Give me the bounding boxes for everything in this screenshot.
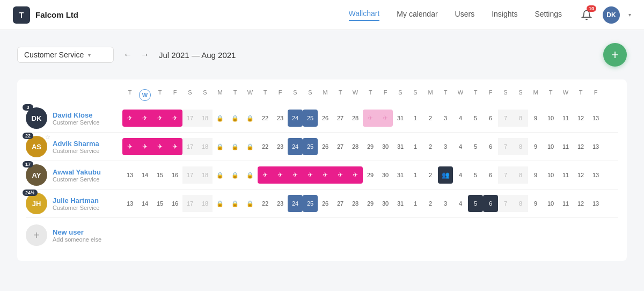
cell-awwal-31[interactable]: 13 — [588, 166, 603, 184]
cell-advik-21[interactable]: 3 — [438, 138, 453, 155]
avatar-david[interactable]: DK — [26, 107, 47, 129]
cell-awwal-21[interactable]: 👥 — [438, 166, 453, 184]
cell-david-4[interactable]: 17 — [182, 110, 197, 127]
cell-awwal-30[interactable]: 12 — [573, 166, 588, 184]
cell-david-1[interactable]: ✈ — [137, 110, 152, 127]
cell-advik-10[interactable]: 23 — [273, 138, 288, 155]
cell-advik-5[interactable]: 18 — [197, 138, 213, 155]
cell-awwal-4[interactable]: 17 — [182, 166, 197, 184]
cell-awwal-2[interactable]: 15 — [152, 166, 167, 184]
cell-david-7[interactable]: 🔒 — [228, 110, 243, 127]
cell-david-19[interactable]: 1 — [408, 110, 423, 127]
cell-julie-15[interactable]: 28 — [348, 195, 363, 212]
cell-awwal-26[interactable]: 8 — [513, 166, 528, 184]
cell-julie-2[interactable]: 15 — [152, 195, 167, 212]
cell-advik-26[interactable]: 8 — [513, 138, 528, 155]
cell-david-21[interactable]: 3 — [438, 110, 453, 127]
cell-david-9[interactable]: 22 — [258, 110, 273, 127]
cell-awwal-25[interactable]: 7 — [498, 166, 513, 184]
cell-awwal-20[interactable]: 2 — [423, 166, 438, 184]
cell-david-16[interactable]: ✈ — [363, 110, 378, 127]
cell-david-27[interactable]: 9 — [528, 110, 543, 127]
cell-advik-2[interactable]: ✈ — [152, 138, 167, 155]
avatar-awwal[interactable]: AY — [26, 164, 47, 186]
add-event-button[interactable]: + — [603, 43, 627, 67]
cell-julie-18[interactable]: 31 — [393, 195, 408, 212]
cell-david-12[interactable]: 25 — [303, 110, 318, 127]
cell-julie-7[interactable]: 🔒 — [228, 195, 243, 212]
nav-insights[interactable]: Insights — [492, 10, 517, 20]
cell-advik-1[interactable]: ✈ — [137, 138, 152, 155]
cell-david-29[interactable]: 11 — [558, 110, 573, 127]
prev-period-button[interactable]: ← — [120, 47, 135, 62]
cell-awwal-1[interactable]: 14 — [137, 166, 152, 184]
cell-advik-22[interactable]: 4 — [453, 138, 468, 155]
cell-julie-17[interactable]: 30 — [378, 195, 393, 212]
cell-awwal-8[interactable]: 🔒 — [243, 166, 258, 184]
cell-david-22[interactable]: 4 — [453, 110, 468, 127]
user-name-link-david[interactable]: David Klose — [53, 111, 99, 119]
user-name-link-advik[interactable]: Advik Sharma — [53, 140, 99, 148]
cell-awwal-3[interactable]: 16 — [167, 166, 182, 184]
user-menu-chevron[interactable]: ▾ — [628, 12, 631, 18]
nav-my-calendar[interactable]: My calendar — [397, 10, 437, 20]
cell-julie-5[interactable]: 18 — [197, 195, 213, 212]
avatar-julie[interactable]: JH — [26, 193, 47, 214]
cell-david-24[interactable]: 6 — [483, 110, 498, 127]
cell-david-18[interactable]: 31 — [393, 110, 408, 127]
cell-julie-13[interactable]: 26 — [318, 195, 333, 212]
cell-advik-29[interactable]: 11 — [558, 138, 573, 155]
cell-david-3[interactable]: ✈ — [167, 110, 182, 127]
cell-advik-4[interactable]: 17 — [182, 138, 197, 155]
cell-julie-28[interactable]: 10 — [543, 195, 558, 212]
cell-advik-9[interactable]: 22 — [258, 138, 273, 155]
cell-david-2[interactable]: ✈ — [152, 110, 167, 127]
user-avatar-button[interactable]: DK — [603, 6, 620, 24]
nav-users[interactable]: Users — [455, 10, 475, 20]
cell-advik-23[interactable]: 5 — [468, 138, 483, 155]
cell-julie-1[interactable]: 14 — [137, 195, 152, 212]
cell-awwal-24[interactable]: 6 — [483, 166, 498, 184]
cell-awwal-9[interactable]: ✈ — [258, 166, 273, 184]
cell-julie-0[interactable]: 13 — [122, 195, 137, 212]
user-name-link-awwal[interactable]: Awwal Yakubu — [53, 168, 101, 176]
department-selector[interactable]: Customer Service ▾ — [17, 47, 114, 63]
cell-awwal-7[interactable]: 🔒 — [228, 166, 243, 184]
cell-awwal-10[interactable]: ✈ — [273, 166, 288, 184]
cell-advik-24[interactable]: 6 — [483, 138, 498, 155]
star-button-advik[interactable]: ☆ — [45, 134, 50, 141]
cell-awwal-14[interactable]: ✈ — [333, 166, 348, 184]
cell-david-8[interactable]: 🔒 — [243, 110, 258, 127]
cell-awwal-23[interactable]: 5 — [468, 166, 483, 184]
cell-awwal-29[interactable]: 11 — [558, 166, 573, 184]
cell-advik-12[interactable]: 25 — [303, 138, 318, 155]
cell-awwal-17[interactable]: 30 — [378, 166, 393, 184]
cell-david-23[interactable]: 5 — [468, 110, 483, 127]
cell-awwal-5[interactable]: 18 — [197, 166, 213, 184]
cell-awwal-18[interactable]: 31 — [393, 166, 408, 184]
cell-david-11[interactable]: 24 — [288, 110, 303, 127]
cell-advik-3[interactable]: ✈ — [167, 138, 182, 155]
avatar-advik[interactable]: AS — [26, 136, 47, 157]
cell-julie-29[interactable]: 11 — [558, 195, 573, 212]
cell-advik-6[interactable]: 🔒 — [213, 138, 228, 155]
next-period-button[interactable]: → — [137, 47, 152, 62]
cell-awwal-27[interactable]: 9 — [528, 166, 543, 184]
cell-julie-9[interactable]: 22 — [258, 195, 273, 212]
cell-julie-19[interactable]: 1 — [408, 195, 423, 212]
cell-julie-23[interactable]: 5 — [468, 195, 483, 212]
cell-julie-6[interactable]: 🔒 — [213, 195, 228, 212]
cell-julie-30[interactable]: 12 — [573, 195, 588, 212]
cell-advik-30[interactable]: 12 — [573, 138, 588, 155]
cell-david-20[interactable]: 2 — [423, 110, 438, 127]
cell-julie-3[interactable]: 16 — [167, 195, 182, 212]
cell-advik-31[interactable]: 13 — [588, 138, 603, 155]
cell-awwal-16[interactable]: 29 — [363, 166, 378, 184]
cell-david-31[interactable]: 13 — [588, 110, 603, 127]
cell-advik-17[interactable]: 30 — [378, 138, 393, 155]
cell-advik-18[interactable]: 31 — [393, 138, 408, 155]
cell-advik-27[interactable]: 9 — [528, 138, 543, 155]
nav-settings[interactable]: Settings — [535, 10, 562, 20]
notifications-button[interactable]: 10 — [579, 8, 594, 23]
cell-julie-24[interactable]: 6 — [483, 195, 498, 212]
